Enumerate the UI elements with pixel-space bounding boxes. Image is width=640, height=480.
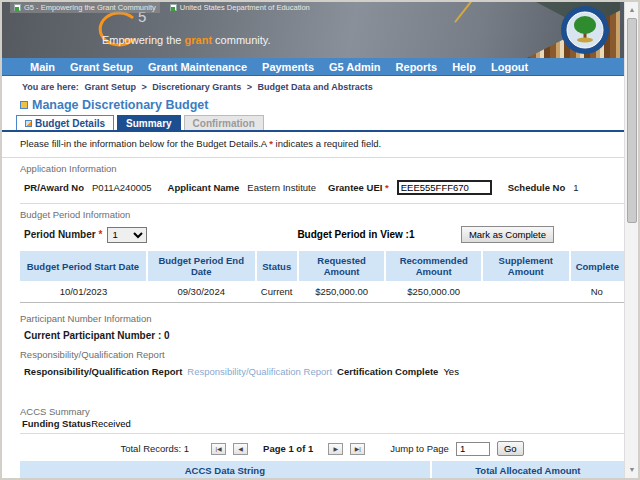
budget-period-in-view-label: Budget Period in View : [297,229,409,240]
nav-grant-setup[interactable]: Grant Setup [70,61,133,73]
grantee-uei-input[interactable] [397,180,492,195]
instruction-text: Please fill-in the information below for… [2,132,638,153]
breadcrumb-discretionary-grants[interactable]: Discretionary Grants [152,82,241,92]
nav-reports[interactable]: Reports [396,61,438,73]
application-fields: PR/Award No P011A240005 Applicant Name E… [24,180,624,195]
tagline-pre: Empowering the [102,34,185,46]
divider [20,433,624,434]
vertical-scrollbar[interactable]: ▲ ▼ [624,2,638,478]
tab-summary[interactable]: Summary [117,115,181,130]
current-participant-number: Current Participant Number : 0 [24,330,624,341]
go-button[interactable]: Go [497,441,524,456]
col-recommended: Recommended Amount [385,251,482,281]
participant-label: Current Participant Number : [24,330,161,341]
responsibility-report-link[interactable]: Responsibility/Qualification Report [187,366,332,377]
breadcrumb-prefix: You are here: [22,82,79,92]
breadcrumb-grant-setup[interactable]: Grant Setup [84,82,136,92]
budget-period-in-view-value: 1 [409,229,415,240]
cell-complete: No [570,281,624,303]
jump-to-page-group: Jump to Page Go [390,441,523,456]
col-accs-data-string: ACCS Data String [20,461,431,480]
accs-table-header-row: ACCS Data String Total Allocated Amount [20,461,624,480]
col-end-date: Budget Period End Date [147,251,256,281]
tab-budget-details[interactable]: Budget Details [16,115,114,130]
window-title-ed-label: United States Department of Education [180,3,310,12]
prev-page-button[interactable]: ◀ [233,443,248,455]
applicant-name-label: Applicant Name [168,182,240,193]
budget-period-in-view: Budget Period in View :1 [297,229,414,240]
first-page-button[interactable]: |◀ [211,443,226,455]
tab-confirmation[interactable]: Confirmation [184,115,264,130]
total-records-label: Total Records: 1 [120,443,189,454]
nav-g5-admin[interactable]: G5 Admin [329,61,381,73]
pr-award-value: P011A240005 [92,182,152,193]
breadcrumb-separator: > [247,82,252,92]
section-budget-period-information: Budget Period Information [20,209,624,220]
funding-status: Funding StatusReceived [22,418,624,429]
nav-help[interactable]: Help [452,61,476,73]
period-number-label-text: Period Number [24,229,96,240]
app-window: G5 - Empowering the Grant Community Unit… [0,0,640,480]
budget-table-header-row: Budget Period Start Date Budget Period E… [20,251,624,281]
divider [20,203,624,204]
breadcrumb: You are here: Grant Setup > Discretionar… [2,76,638,94]
instruction-part1: Please fill-in the information below for… [20,138,269,149]
funding-status-label: Funding Status [22,418,91,429]
scroll-down-icon[interactable]: ▼ [626,464,638,476]
cell-end-date: 09/30/2024 [147,281,256,303]
pr-award-label: PR/Award No [24,182,84,193]
col-requested: Requested Amount [298,251,386,281]
budget-period-table: Budget Period Start Date Budget Period E… [20,251,624,303]
section-accs-summary: ACCS Summary [20,406,624,417]
next-page-button[interactable]: ▶ [328,443,343,455]
last-page-button[interactable]: ▶| [350,443,365,455]
cell-requested: $250,000.00 [298,281,386,303]
page-title-icon [20,101,28,109]
nav-logout[interactable]: Logout [491,61,528,73]
period-number-label: Period Number * [24,229,102,240]
col-status: Status [256,251,298,281]
window-title-ed: United States Department of Education [166,2,314,13]
cell-start-date: 10/01/2023 [20,281,147,303]
section-application-information: Application Information [20,163,624,174]
grantee-uei-label-text: Grantee UEI [328,182,382,193]
funding-status-value: Received [91,418,131,429]
broken-image-icon [170,4,177,11]
main-nav: Main Grant Setup Grant Maintenance Payme… [2,58,638,76]
mark-as-complete-button[interactable]: Mark as Complete [461,226,554,243]
jump-to-page-label: Jump to Page [390,443,449,454]
broken-image-icon [14,4,21,11]
period-number-select[interactable]: 1 [107,227,147,243]
window-title-g5-label: G5 - Empowering the Grant Community [24,3,156,12]
required-asterisk: * [385,182,389,193]
tagline-post: community. [212,34,270,46]
scrollbar-thumb[interactable] [627,18,637,223]
budget-period-controls: Period Number * 1 Budget Period in View … [24,226,624,243]
titlebar: G5 - Empowering the Grant Community Unit… [10,2,314,13]
schedule-no-label: Schedule No [508,182,566,193]
nav-grant-maintenance[interactable]: Grant Maintenance [148,61,247,73]
window-title-g5: G5 - Empowering the Grant Community [10,2,160,13]
jump-to-page-input[interactable] [456,442,490,456]
tab-icon [25,120,32,127]
grantee-uei-label: Grantee UEI * [328,182,389,193]
cell-recommended: $250,000.00 [385,281,482,303]
required-asterisk: * [98,229,102,240]
participant-value: 0 [164,330,170,341]
nav-main[interactable]: Main [30,61,55,73]
page-indicator: Page 1 of 1 [263,443,313,454]
tagline-accent: grant [185,34,213,46]
section-responsibility-report: Responsibility/Qualification Report [20,349,624,360]
tab-bar: Budget Details Summary Confirmation [2,114,638,132]
scroll-up-icon[interactable]: ▲ [626,4,638,16]
ed-seal-icon [560,5,610,55]
breadcrumb-budget-data: Budget Data and Abstracts [258,82,373,92]
page-title: Manage Discretionary Budget [2,94,638,114]
breadcrumb-separator: > [141,82,146,92]
divider [2,157,638,158]
section-participant-number: Participant Number Information [20,313,624,324]
nav-payments[interactable]: Payments [262,61,314,73]
budget-table-row: 10/01/2023 09/30/2024 Current $250,000.0… [20,281,624,303]
col-start-date: Budget Period Start Date [20,251,147,281]
responsibility-row: Responsibility/Qualification Report Resp… [24,366,624,377]
